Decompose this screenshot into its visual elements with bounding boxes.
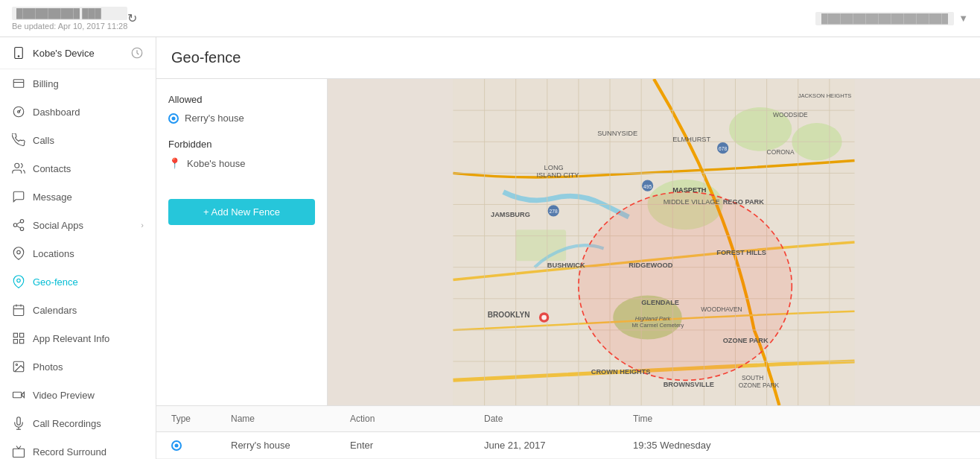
sidebar-label-social-apps: Social Apps — [33, 220, 83, 231]
svg-text:OZONE PARK: OZONE PARK — [739, 382, 780, 389]
svg-text:OZONE PARK: OZONE PARK — [723, 337, 769, 344]
sidebar-item-app-relevant-info[interactable]: App Relevant Info — [0, 324, 156, 352]
row-action-0: Enter — [350, 440, 484, 451]
col-header-time: Time — [633, 414, 965, 424]
forbidden-section: Forbidden 📍 Kobe's house — [168, 139, 315, 169]
forbidden-item-name-0: Kobe's house — [187, 158, 245, 169]
social-apps-chevron-icon: › — [141, 221, 144, 230]
top-bar-title: ██████████ ███ — [12, 7, 127, 20]
dashboard-icon — [12, 105, 25, 118]
sidebar-label-contacts: Contacts — [33, 163, 71, 174]
sidebar-label-record-surround: Record Surround — [33, 446, 106, 458]
sidebar-item-contacts[interactable]: Contacts — [0, 154, 156, 183]
svg-point-14 — [17, 279, 21, 282]
svg-text:MASPETH: MASPETH — [672, 186, 707, 194]
mic-icon — [12, 417, 25, 430]
svg-point-13 — [17, 250, 21, 254]
sidebar-item-geo-fence[interactable]: Geo-fence — [0, 268, 156, 296]
video-icon — [12, 388, 25, 402]
content-body: Allowed Rerry's house Forbidden 📍 Kobe's… — [156, 79, 980, 405]
sidebar-label-message: Message — [33, 191, 72, 203]
top-bar: ██████████ ███ Be updated: Apr 10, 2017 … — [0, 0, 980, 37]
sidebar-label-calendars: Calendars — [33, 305, 77, 316]
contacts-icon — [12, 162, 25, 175]
top-bar-left: ██████████ ███ Be updated: Apr 10, 2017 … — [12, 7, 127, 31]
svg-point-9 — [13, 224, 17, 227]
allowed-dot-icon — [168, 113, 179, 124]
map-container[interactable]: JAMSBURG BROOKLYN BUSHWICK RIDGEWOOD GLE… — [328, 79, 980, 405]
svg-text:LONG: LONG — [544, 164, 564, 171]
calendar-icon — [12, 303, 25, 317]
refresh-icon[interactable]: ↻ — [127, 11, 137, 25]
sidebar-label-dashboard: Dashboard — [33, 107, 80, 118]
svg-point-7 — [15, 163, 19, 168]
svg-point-59 — [579, 192, 792, 381]
svg-rect-15 — [13, 306, 24, 316]
geo-fence-icon — [12, 275, 25, 288]
col-header-date: Date — [484, 414, 633, 424]
top-bar-right-text: ████████████████████ — [815, 12, 954, 25]
map-svg: JAMSBURG BROOKLYN BUSHWICK RIDGEWOOD GLE… — [328, 79, 980, 405]
table-header: Type Name Action Date Time — [156, 406, 980, 432]
forbidden-label: Forbidden — [168, 139, 315, 150]
row-type-0 — [171, 440, 231, 451]
add-new-fence-button[interactable]: + Add New Fence — [168, 199, 315, 225]
sidebar-item-locations[interactable]: Locations — [0, 239, 156, 268]
svg-text:CORONA: CORONA — [767, 148, 795, 156]
allowed-section: Allowed Rerry's house — [168, 94, 315, 124]
sidebar-item-video-preview[interactable]: Video Preview — [0, 381, 156, 409]
col-header-name: Name — [231, 414, 350, 424]
svg-rect-3 — [13, 80, 24, 88]
svg-text:ISLAND CITY: ISLAND CITY — [536, 171, 579, 179]
svg-text:WOODHAVEN: WOODHAVEN — [701, 306, 742, 313]
device-header: Kobe's Device — [0, 37, 156, 69]
allowed-item-name-0: Rerry's house — [185, 113, 244, 124]
svg-text:GLENDALE: GLENDALE — [641, 299, 679, 306]
svg-text:WOODSIDE: WOODSIDE — [773, 111, 808, 118]
svg-text:BROWNSVILLE: BROWNSVILLE — [664, 381, 714, 388]
device-name: Kobe's Device — [33, 48, 95, 59]
svg-text:JAMSBURG: JAMSBURG — [491, 211, 530, 218]
svg-rect-29 — [13, 449, 25, 457]
sidebar-item-calls[interactable]: Calls — [0, 126, 156, 154]
sidebar-label-geo-fence: Geo-fence — [33, 276, 78, 288]
sidebar-item-calendars[interactable]: Calendars — [0, 296, 156, 324]
svg-text:BROOKLYN: BROOKLYN — [488, 311, 530, 319]
svg-rect-25 — [13, 392, 22, 398]
calls-icon — [12, 133, 25, 147]
app-icon — [12, 332, 25, 345]
svg-text:SUNNYSIDE: SUNNYSIDE — [597, 130, 637, 137]
dropdown-chevron-icon[interactable]: ▼ — [958, 13, 968, 24]
page-title: Geo-fence — [171, 49, 965, 66]
sidebar-label-photos: Photos — [33, 361, 63, 373]
main-layout: Kobe's Device Billing Dashboard Calls — [0, 37, 980, 459]
device-info: Kobe's Device — [12, 46, 95, 60]
svg-text:FOREST HILLS: FOREST HILLS — [716, 249, 766, 256]
sidebar-item-social-apps[interactable]: Social Apps › — [0, 211, 156, 239]
svg-text:495: 495 — [643, 184, 652, 189]
device-phone-icon — [12, 46, 25, 60]
sidebar-item-message[interactable]: Message — [0, 183, 156, 211]
sidebar: Kobe's Device Billing Dashboard Calls — [0, 37, 156, 459]
sidebar-label-locations: Locations — [33, 248, 74, 259]
sidebar-label-call-recordings: Call Recordings — [33, 418, 101, 429]
svg-text:JACKSON HEIGHTS: JACKSON HEIGHTS — [798, 92, 852, 99]
col-header-type: Type — [171, 414, 231, 424]
table-row: Rerry's house Enter June 21, 2017 19:35 … — [156, 432, 980, 459]
content-header: Geo-fence — [156, 37, 980, 79]
top-bar-date: Be updated: Apr 10, 2017 11:28 — [12, 22, 127, 31]
sidebar-item-billing[interactable]: Billing — [0, 69, 156, 98]
row-time-0: 19:35 Wednesday — [633, 440, 965, 451]
sidebar-item-photos[interactable]: Photos — [0, 352, 156, 381]
row-name-0: Rerry's house — [231, 440, 350, 451]
sidebar-item-record-surround[interactable]: Record Surround — [0, 437, 156, 459]
billing-icon — [12, 77, 25, 90]
sidebar-item-dashboard[interactable]: Dashboard — [0, 98, 156, 126]
svg-text:SOUTH: SOUTH — [742, 374, 763, 382]
allowed-label: Allowed — [168, 94, 315, 105]
sidebar-item-call-recordings[interactable]: Call Recordings — [0, 409, 156, 437]
svg-rect-21 — [13, 340, 17, 344]
svg-point-10 — [20, 227, 24, 231]
svg-line-12 — [16, 222, 20, 224]
sidebar-label-video-preview: Video Preview — [33, 390, 95, 401]
